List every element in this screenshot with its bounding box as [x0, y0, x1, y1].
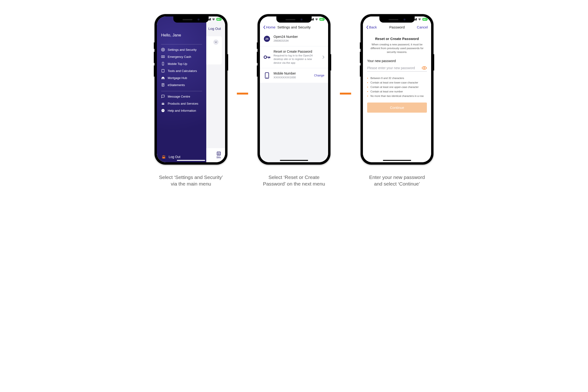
- svg-rect-27: [270, 57, 270, 58]
- products-icon: [161, 102, 165, 105]
- tab-bills[interactable]: Bills: [216, 152, 221, 159]
- svg-text:?: ?: [162, 109, 164, 112]
- cash-icon: [161, 55, 165, 58]
- phone-notch: [173, 16, 208, 22]
- brand-logo-icon: [161, 155, 166, 159]
- home-indicator[interactable]: [280, 160, 308, 161]
- phone-notch: [380, 16, 415, 22]
- main-menu-drawer: 96+ Hello, Jane Settings and Security Em…: [157, 16, 206, 162]
- svg-point-0: [162, 49, 164, 50]
- svg-point-24: [264, 56, 267, 58]
- row-subtitle: Required to log in to the Open24 desktop…: [274, 54, 319, 65]
- continue-button[interactable]: Continue: [367, 102, 427, 113]
- password-input[interactable]: [367, 66, 422, 70]
- phone-frame-3: 96+ Back Password Cancel Reset or Create…: [360, 14, 434, 164]
- row-title: Mobile Number: [274, 72, 311, 75]
- svg-rect-26: [268, 57, 269, 58]
- svg-rect-1: [161, 56, 164, 58]
- change-link[interactable]: Change: [314, 74, 324, 77]
- row-mobile-number[interactable]: Mobile Number XXXXXXXXX1830 Change: [260, 68, 328, 83]
- sidebar-item-settings-security[interactable]: Settings and Security: [161, 48, 202, 52]
- sidebar-item-mortgage-hub[interactable]: Mortgage Hub: [161, 76, 202, 80]
- gear-icon: [161, 48, 165, 52]
- message-icon: [161, 94, 165, 98]
- caption-2: Select ‘Reset or CreatePassword’ on the …: [263, 174, 325, 188]
- greeting-text: Hello, Jane: [161, 33, 202, 38]
- svg-point-23: [164, 156, 165, 156]
- phone-outline-icon: [264, 72, 270, 79]
- caption-1: Select ‘Settings and Security’via the ma…: [159, 174, 223, 188]
- back-button[interactable]: Home: [263, 25, 276, 29]
- sidebar-logout[interactable]: Log Out: [161, 155, 202, 159]
- house-icon: [161, 76, 165, 80]
- rule-item: Between 8 and 32 characters: [367, 77, 427, 80]
- sidebar-item-message-centre[interactable]: Message Centre: [161, 94, 202, 98]
- home-indicator[interactable]: [177, 160, 205, 161]
- password-label: Your new password: [367, 59, 427, 63]
- battery-indicator: 96+: [216, 18, 221, 21]
- cancel-button[interactable]: Cancel: [417, 25, 428, 29]
- settings-list: 24 Open24 Number 2660631534 Reset: [260, 32, 328, 83]
- row-subtitle: 2660631534: [274, 39, 324, 43]
- menu-label: Products and Services: [168, 102, 198, 105]
- logout-link[interactable]: Log Out: [208, 26, 221, 30]
- badge24-icon: 24: [264, 36, 270, 42]
- wifi-icon: [315, 18, 318, 20]
- phone-notch: [276, 16, 312, 22]
- chevron-right-icon: [322, 56, 324, 59]
- svg-point-21: [162, 156, 163, 156]
- back-button[interactable]: Back: [366, 25, 377, 29]
- menu-label: Emergency Cash: [168, 55, 191, 58]
- svg-point-2: [162, 56, 163, 57]
- sidebar-item-mobile-topup[interactable]: Mobile Top Up: [161, 62, 202, 66]
- menu-label: Help and Information: [168, 109, 196, 112]
- svg-rect-18: [162, 104, 164, 105]
- bills-icon: [217, 152, 220, 156]
- step-connector: [237, 93, 248, 94]
- password-rules: Between 8 and 32 characters Contain at l…: [367, 77, 427, 97]
- rule-item: Contain at least one upper-case characte…: [367, 86, 427, 88]
- wifi-icon: [418, 18, 421, 20]
- row-title: Open24 Number: [274, 35, 324, 38]
- sidebar-item-estatements[interactable]: eStatements: [161, 83, 202, 87]
- svg-point-17: [163, 102, 164, 103]
- battery-indicator: 96+: [422, 18, 427, 21]
- document-icon: [161, 83, 165, 87]
- step-connector: [340, 93, 351, 94]
- menu-label: Tools and Calculators: [168, 69, 197, 73]
- key-icon: [264, 54, 270, 60]
- expand-card-button[interactable]: [213, 40, 218, 45]
- phone-frame-2: 96+ Home Settings and Security 24: [258, 14, 330, 164]
- calculator-icon: [161, 69, 165, 73]
- password-field: [367, 65, 427, 72]
- form-heading: Reset or Create Password: [367, 37, 427, 41]
- svg-rect-5: [162, 69, 164, 72]
- wifi-icon: [212, 18, 215, 20]
- rule-item: Contain at least one lower-case characte…: [367, 81, 427, 84]
- chevron-left-icon: [366, 26, 368, 29]
- row-subtitle: XXXXXXXXX1830: [274, 76, 311, 80]
- toggle-visibility-icon[interactable]: [422, 66, 427, 70]
- menu-label: Message Centre: [168, 95, 190, 98]
- row-open24-number[interactable]: 24 Open24 Number 2660631534: [260, 32, 328, 46]
- battery-indicator: 96+: [320, 18, 324, 21]
- svg-point-16: [162, 102, 163, 103]
- svg-rect-25: [266, 57, 270, 58]
- logout-label: Log Out: [169, 155, 180, 159]
- menu-label: Settings and Security: [168, 48, 197, 52]
- rule-item: No more than two identical characters in…: [367, 94, 427, 97]
- sidebar-item-products-services[interactable]: Products and Services: [161, 102, 202, 105]
- home-indicator[interactable]: [383, 160, 411, 161]
- svg-point-22: [163, 155, 164, 156]
- sidebar-item-tools-calculators[interactable]: Tools and Calculators: [161, 69, 202, 73]
- menu-label: Mobile Top Up: [168, 62, 187, 66]
- form-description: When creating a new password, it must be…: [367, 42, 427, 54]
- svg-point-30: [424, 68, 425, 69]
- menu-label: Mortgage Hub: [168, 76, 187, 80]
- sidebar-item-help-info[interactable]: ? Help and Information: [161, 109, 202, 112]
- sidebar-item-emergency-cash[interactable]: Emergency Cash: [161, 55, 202, 58]
- rule-item: Contain at least one number: [367, 90, 427, 93]
- row-reset-password[interactable]: Reset or Create Password Required to log…: [260, 46, 328, 68]
- phone-frame-1: 96+ Log Out y Bills: [154, 14, 228, 164]
- row-title: Reset or Create Password: [274, 50, 319, 54]
